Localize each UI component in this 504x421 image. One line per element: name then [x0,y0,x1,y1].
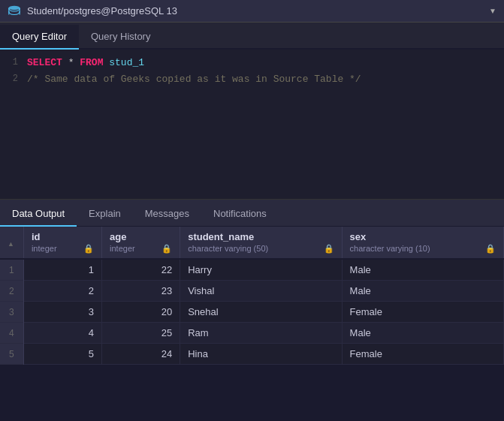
col-type-age: integer [110,244,135,253]
cell-age: 24 [102,344,180,365]
keyword-select: SELECT [27,57,62,68]
cell-id: 4 [23,323,101,344]
cell-id: 5 [23,344,101,365]
row-num-cell: 4 [0,323,23,344]
table-row: 1 1 22 Harry Male [0,259,504,281]
cell-sex: Female [342,302,503,323]
lock-icon-student-name: 🔒 [324,244,334,254]
connection-title: Student/postgres@PostgreSQL 13 [27,5,486,17]
dropdown-arrow-icon[interactable]: ▼ [489,7,496,15]
cell-sex: Male [342,259,503,281]
sort-icon: ▲ [8,240,14,248]
svg-point-0 [9,5,20,9]
query-editor[interactable]: 1 SELECT * FROM stud_1 2 /* Same data of… [0,50,504,200]
cell-student-name: Vishal [180,281,342,302]
cell-student-name: Hina [180,344,342,365]
data-output-table-wrap: ▲ id integer 🔒 age integer 🔒 student_nam… [0,227,504,365]
row-num-cell: 2 [0,281,23,302]
editor-line-2: 2 /* Same data of Geeks copied as it was… [0,72,504,89]
table-body: 1 1 22 Harry Male 2 2 23 Vishal Male 3 3… [0,259,504,365]
col-name-id: id [32,231,94,242]
main-tabs: Query Editor Query History [0,23,504,50]
tab-messages[interactable]: Messages [133,202,201,227]
table-row: 5 5 24 Hina Female [0,344,504,365]
col-type-sex: character varying (10) [350,244,430,253]
cell-age: 23 [102,281,180,302]
cell-age: 25 [102,323,180,344]
cell-age: 20 [102,302,180,323]
line-number-1: 1 [0,56,27,68]
tab-query-editor[interactable]: Query Editor [0,25,79,50]
table-row: 4 4 25 Ram Male [0,323,504,344]
col-header-age[interactable]: age integer 🔒 [102,227,180,259]
row-num-cell: 1 [0,259,23,281]
tab-notifications[interactable]: Notifications [201,202,279,227]
results-area: Data Output Explain Messages Notificatio… [0,200,504,365]
editor-line-1: 1 SELECT * FROM stud_1 [0,56,504,72]
col-name-age: age [110,231,172,242]
col-name-sex: sex [350,231,496,242]
lock-icon-sex: 🔒 [485,244,496,254]
db-icon [8,5,21,18]
row-num-header: ▲ [0,227,23,259]
table-row: 3 3 20 Snehal Female [0,302,504,323]
data-table: ▲ id integer 🔒 age integer 🔒 student_nam… [0,227,504,365]
cell-sex: Male [342,281,503,302]
plain-star: * [68,57,80,68]
top-bar: Student/postgres@PostgreSQL 13 ▼ [0,0,504,23]
cell-student-name: Ram [180,323,342,344]
row-num-cell: 5 [0,344,23,365]
cell-age: 22 [102,259,180,281]
table-name: stud_1 [109,57,144,68]
col-header-student-name[interactable]: student_name character varying (50) 🔒 [180,227,342,259]
tab-query-history[interactable]: Query History [79,25,162,50]
cell-student-name: Harry [180,259,342,281]
line-number-2: 2 [0,72,27,84]
col-header-sex[interactable]: sex character varying (10) 🔒 [342,227,503,259]
cell-id: 1 [23,259,101,281]
cell-sex: Male [342,323,503,344]
table-header-row: ▲ id integer 🔒 age integer 🔒 student_nam… [0,227,504,259]
line-content-2: /* Same data of Geeks copied as it was i… [27,72,504,85]
col-type-id: integer [32,244,57,253]
col-type-student-name: character varying (50) [188,244,268,253]
lock-icon-age: 🔒 [161,244,172,254]
tab-data-output[interactable]: Data Output [0,202,77,227]
cell-id: 3 [23,302,101,323]
table-row: 2 2 23 Vishal Male [0,281,504,302]
cell-student-name: Snehal [180,302,342,323]
tab-explain[interactable]: Explain [77,202,133,227]
row-num-cell: 3 [0,302,23,323]
lock-icon-id: 🔒 [83,244,94,254]
keyword-from: FROM [80,57,103,68]
result-tabs: Data Output Explain Messages Notificatio… [0,200,504,227]
cell-id: 2 [23,281,101,302]
col-header-id[interactable]: id integer 🔒 [23,227,101,259]
cell-sex: Female [342,344,503,365]
line-content-1: SELECT * FROM stud_1 [27,56,504,68]
col-name-student-name: student_name [188,231,333,242]
